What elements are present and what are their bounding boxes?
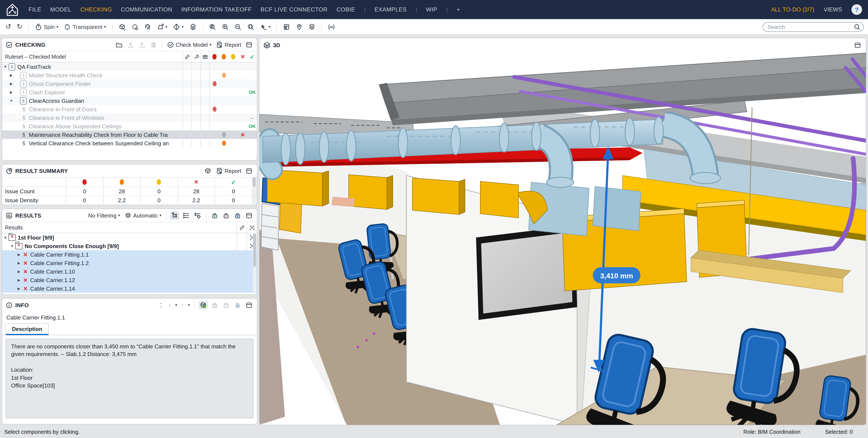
import-checking-button[interactable] (126, 40, 135, 49)
menu-item-cobie[interactable]: COBIE (337, 6, 355, 13)
expand-arrow-icon[interactable]: ▶ (16, 269, 22, 273)
zoom-in-button[interactable] (220, 22, 230, 31)
sort-order-button[interactable] (156, 301, 165, 309)
zoom-column-icon[interactable] (247, 222, 257, 233)
3d-panel-menu-button[interactable] (853, 41, 862, 49)
show-components-button[interactable] (204, 167, 212, 175)
rule-row[interactable]: § Vertical Clearance Check between Suspe… (2, 139, 257, 147)
checking-report-button[interactable]: Report (215, 40, 242, 49)
summary-panel-menu-button[interactable] (245, 167, 253, 175)
info-panel-menu-button[interactable] (245, 301, 253, 309)
rule-row[interactable]: § Clearance in Front of Windows – (2, 113, 257, 122)
spin-mode-dropdown[interactable]: Spin ▾ (34, 22, 60, 31)
result-issue-row-selected[interactable]: ▶ ✕ Cable Carrier.1.14 (2, 284, 257, 293)
section-plane-button[interactable] (282, 22, 291, 31)
expand-arrow-icon[interactable]: ▶ (16, 278, 22, 282)
zoom-out-button[interactable] (233, 22, 243, 31)
results-group-row[interactable]: ▼ ✕ No Components Close Enough [9/9] (2, 242, 257, 250)
transparent-mode-dropdown[interactable]: Transparent ▾ (63, 22, 107, 31)
next-dropdown[interactable]: ▾ (187, 302, 191, 308)
low-severity-icon[interactable] (231, 54, 236, 59)
expand-arrow-icon[interactable]: ▶ (16, 253, 22, 256)
expand-arrow-icon[interactable]: ▶ (2, 73, 14, 77)
zoom-extents-button[interactable] (208, 22, 217, 31)
menu-item-wip[interactable]: WIP (426, 6, 437, 13)
rule-row-selected[interactable]: § Maintenance Reachability Check from Fl… (2, 130, 257, 139)
critical-severity-icon[interactable] (212, 54, 217, 59)
export-checking-button[interactable] (137, 40, 146, 49)
show-in-3d-button[interactable] (199, 301, 208, 309)
rejected-icon[interactable]: ✕ (240, 54, 245, 60)
accepted-icon[interactable]: ✓ (250, 53, 255, 60)
previous-issue-button[interactable]: ‹ (168, 301, 172, 309)
checking-column-header[interactable]: Ruleset – Checked Model ✕ ✓ (2, 51, 257, 62)
expand-arrow-icon[interactable]: ▼ (2, 65, 8, 68)
result-issue-row-selected[interactable]: ▶ ✕ Cable Carrier.1.12 (2, 276, 257, 284)
undo-button[interactable]: ↺ (4, 23, 12, 31)
menu-item-checking[interactable]: CHECKING (80, 6, 112, 13)
expand-arrow-icon[interactable]: ▼ (2, 236, 8, 239)
delete-ruleset-button[interactable] (149, 40, 158, 49)
menu-item-bcf-live-connector[interactable]: BCF LIVE CONNECTOR (260, 6, 328, 13)
all-todo-badge[interactable]: ALL TO-DO (2/7) (771, 6, 814, 13)
results-group-row[interactable]: ▼ ✕ 1st Floor [9/9] (2, 233, 257, 242)
add-to-basket-button[interactable] (210, 211, 219, 220)
menu-item-model[interactable]: MODEL (50, 6, 71, 13)
moderate-severity-icon[interactable] (222, 54, 226, 59)
expand-arrow-icon[interactable]: ▼ (9, 244, 15, 248)
whiteboard[interactable] (476, 226, 577, 320)
link-column-icon[interactable] (183, 51, 191, 62)
3d-model-viewport[interactable]: 3,410 mm (259, 52, 866, 425)
visualization-dropdown[interactable]: Automatic▾ (123, 211, 162, 220)
expand-arrow-icon[interactable]: ▶ (2, 82, 14, 86)
floor-levels-button[interactable] (307, 22, 317, 31)
link-column-icon[interactable] (237, 222, 247, 233)
filter-dropdown[interactable]: No Filtering▾ (87, 212, 121, 219)
summary-scrollbar[interactable] (252, 178, 257, 186)
result-issue-row-selected[interactable]: ▶ ✕ Cable Carrier Fitting.1.2 (2, 259, 257, 267)
add-tab-button[interactable]: + (457, 6, 460, 13)
check-model-button[interactable]: Check Model ▾ (166, 40, 212, 49)
selection-basket-mode-dropdown[interactable]: ▾ (155, 22, 168, 31)
role-indicator[interactable]: Role: BIM Coordination (743, 429, 801, 435)
remove-from-basket-button[interactable] (222, 211, 230, 220)
results-scrollbar[interactable] (253, 233, 256, 292)
expand-arrow-icon[interactable]: ▼ (2, 99, 14, 103)
previous-dropdown[interactable]: ▾ (174, 302, 178, 308)
menu-item-file[interactable]: FILE (28, 6, 41, 13)
ruleset-row[interactable]: ▶§ Clash Explorer OK (2, 88, 257, 96)
list-view-button[interactable] (182, 211, 191, 220)
menu-item-information-takeoff[interactable]: INFORMATION TAKEOFF (181, 6, 252, 13)
result-issue-row-selected[interactable]: ▶ ✕ Cable Carrier.1.10 (2, 267, 257, 276)
box-view-dropdown[interactable]: ▾ (172, 22, 185, 31)
set-basket-button[interactable] (233, 301, 242, 309)
table-column-icon[interactable] (200, 51, 209, 62)
hide-component-button[interactable] (117, 22, 127, 31)
ruleset-row[interactable]: ▶§ Ghost Component Finder (2, 80, 257, 88)
redo-button[interactable]: ↻ (16, 23, 24, 31)
show-component-button[interactable] (130, 22, 140, 31)
layers-button[interactable] (188, 22, 198, 31)
salmon-fitting[interactable] (332, 197, 354, 207)
ruleset-row[interactable]: ▶§ Model Structure Health Check (2, 71, 257, 80)
tab-description[interactable]: Description (5, 323, 49, 335)
results-panel-menu-button[interactable] (245, 211, 253, 220)
expand-arrow-icon[interactable]: ▶ (16, 287, 22, 290)
isolate-component-button[interactable] (143, 22, 152, 31)
rule-row[interactable]: § Clearance in Front of Doors (2, 105, 257, 113)
add-to-basket-button[interactable] (210, 301, 219, 309)
3d-settings-button[interactable]: 3D (327, 22, 336, 31)
ruleset-row[interactable]: ▼§ ClearAccess Guardian (2, 96, 257, 105)
results-column-header[interactable]: Results (2, 222, 257, 233)
menu-item-examples[interactable]: EXAMPLES (375, 6, 407, 13)
help-button[interactable]: ? (851, 4, 862, 15)
checking-panel-menu-button[interactable] (245, 40, 253, 49)
walk-position-button[interactable] (294, 22, 304, 31)
expand-arrow-icon[interactable]: ▶ (2, 90, 14, 94)
next-issue-button[interactable]: › (181, 301, 185, 309)
views-menu[interactable]: VIEWS (824, 6, 842, 13)
tree-view-button[interactable] (170, 211, 179, 220)
ruleset-row[interactable]: ▼§ QA FastTrack (2, 62, 257, 71)
summary-report-button[interactable]: Report (215, 167, 242, 175)
menu-item-communication[interactable]: COMMUNICATION (121, 6, 172, 13)
